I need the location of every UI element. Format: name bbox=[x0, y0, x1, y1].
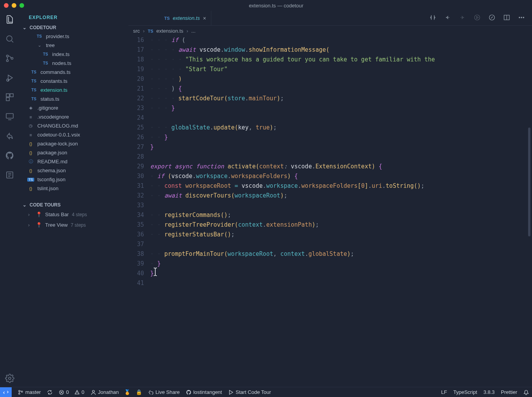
start-tour-label: Start Code Tour bbox=[235, 389, 271, 395]
section-header-codetour[interactable]: ⌄ CODETOUR bbox=[19, 23, 128, 32]
folder-tree[interactable]: ⌄tree bbox=[23, 41, 128, 50]
file-label: constants.ts bbox=[40, 78, 67, 84]
scrollbar[interactable] bbox=[528, 128, 530, 236]
file-readme[interactable]: ⓘREADME.md bbox=[23, 157, 128, 166]
file-constants[interactable]: TSconstants.ts bbox=[23, 77, 128, 86]
line-number: 28 bbox=[128, 152, 150, 162]
run-icon[interactable] bbox=[474, 14, 481, 22]
line-number: 38 bbox=[128, 249, 150, 259]
explorer-icon[interactable] bbox=[5, 15, 14, 24]
file-vsix[interactable]: ≡codetour-0.0.1.vsix bbox=[23, 130, 128, 139]
tsconfig-icon: TS bbox=[27, 178, 34, 182]
liveshare-icon[interactable] bbox=[5, 131, 14, 141]
go-back-icon[interactable] bbox=[444, 14, 451, 22]
go-forward-icon[interactable] bbox=[459, 14, 466, 22]
line-number: 34 bbox=[128, 210, 150, 220]
line-number: 24 bbox=[128, 113, 150, 123]
close-icon[interactable]: × bbox=[203, 15, 206, 21]
breadcrumb-file[interactable]: extension.ts bbox=[156, 28, 183, 34]
branch-button[interactable]: master bbox=[18, 389, 41, 395]
github-user-button[interactable]: lostintangent bbox=[186, 389, 222, 395]
file-vscodeignore[interactable]: ≡.vscodeignore bbox=[23, 112, 128, 121]
tab-label: extension.ts bbox=[173, 15, 200, 21]
svg-rect-8 bbox=[6, 114, 13, 118]
open-changes-icon[interactable] bbox=[488, 14, 495, 22]
editor: TS extension.ts × src › TS extension.ts … bbox=[128, 11, 532, 387]
file-changelog[interactable]: ◷CHANGELOG.md bbox=[23, 121, 128, 130]
file-label: index.ts bbox=[52, 51, 70, 57]
error-icon bbox=[59, 390, 64, 395]
tour-steps: 4 steps bbox=[72, 212, 87, 217]
minimize-window-icon[interactable] bbox=[12, 3, 16, 8]
file-provider[interactable]: TSprovider.ts bbox=[23, 32, 128, 41]
chevron-right-icon: › bbox=[28, 222, 33, 228]
codetour-panel-icon[interactable] bbox=[5, 170, 14, 180]
file-schema[interactable]: {}schema.json bbox=[23, 166, 128, 175]
statusbar: master 0 0 Jonathan 🏅 🔒 Live Share losti… bbox=[0, 387, 532, 397]
breadcrumb-more[interactable]: ... bbox=[191, 28, 195, 34]
file-index[interactable]: TSindex.ts bbox=[23, 50, 128, 59]
line-number: 30 bbox=[128, 171, 150, 181]
svg-point-0 bbox=[7, 36, 12, 41]
user-name: Jonathan bbox=[98, 389, 119, 395]
settings-gear-icon[interactable] bbox=[5, 374, 14, 383]
tab-extension[interactable]: TS extension.ts × bbox=[160, 11, 211, 25]
tour-item-treeview[interactable]: › 📍 Tree View 7 steps bbox=[19, 220, 128, 230]
extensions-icon[interactable] bbox=[5, 93, 14, 102]
chevron-down-icon: ⌄ bbox=[22, 25, 27, 30]
prettier-button[interactable]: Prettier bbox=[501, 389, 517, 395]
line-number: 26 bbox=[128, 133, 150, 142]
liveshare-button[interactable]: Live Share bbox=[148, 389, 180, 395]
line-number: 23 bbox=[128, 103, 150, 113]
language-button[interactable]: TypeScript bbox=[453, 389, 477, 395]
file-label: package.json bbox=[37, 150, 67, 156]
tour-item-statusbar[interactable]: › 📍 Status Bar 4 steps bbox=[19, 209, 128, 220]
git-icon: ◈ bbox=[27, 105, 34, 110]
section-header-tours[interactable]: ⌄ CODE TOURS bbox=[19, 201, 128, 209]
breadcrumbs[interactable]: src › TS extension.ts › ... bbox=[128, 26, 532, 35]
feedback-button[interactable] bbox=[523, 390, 529, 395]
line-number: 20 bbox=[128, 74, 150, 84]
debug-icon[interactable] bbox=[5, 73, 14, 82]
file-pkglock[interactable]: {}package-lock.json bbox=[23, 139, 128, 148]
ts-icon: TS bbox=[42, 61, 49, 65]
remote-button[interactable] bbox=[0, 387, 12, 397]
svg-point-1 bbox=[7, 55, 9, 57]
ts-version-button[interactable]: 3.8.3 bbox=[483, 389, 495, 395]
liveshare-user[interactable]: Jonathan 🏅 🔒 bbox=[91, 389, 142, 395]
search-icon[interactable] bbox=[5, 34, 14, 44]
file-tslint[interactable]: {}tslint.json bbox=[23, 184, 128, 193]
file-commands[interactable]: TScommands.ts bbox=[23, 68, 128, 77]
source-control-icon[interactable] bbox=[5, 54, 14, 63]
svg-point-16 bbox=[523, 17, 524, 18]
sync-button[interactable] bbox=[47, 390, 53, 395]
file-gitignore[interactable]: ◈.gitignore bbox=[23, 103, 128, 112]
problems-button[interactable]: 0 0 bbox=[59, 389, 84, 395]
svg-point-14 bbox=[519, 17, 520, 18]
start-tour-button[interactable]: Start Code Tour bbox=[228, 389, 271, 395]
file-pkg[interactable]: {}package.json bbox=[23, 148, 128, 157]
fullscreen-window-icon[interactable] bbox=[19, 3, 24, 8]
breadcrumb-src[interactable]: src bbox=[133, 28, 140, 34]
file-label: tslint.json bbox=[37, 185, 58, 191]
code-area[interactable]: 16· · · if ( 17· · · · await vscode.wind… bbox=[128, 35, 532, 387]
remote-explorer-icon[interactable] bbox=[5, 112, 14, 121]
line-number: 37 bbox=[128, 240, 150, 249]
file-label: .gitignore bbox=[37, 105, 58, 111]
file-label: extension.ts bbox=[40, 87, 67, 93]
file-extension[interactable]: TSextension.ts bbox=[23, 86, 128, 94]
svg-point-21 bbox=[92, 390, 94, 392]
file-tsconfig[interactable]: TStsconfig.json bbox=[23, 175, 128, 184]
close-window-icon[interactable] bbox=[4, 3, 9, 8]
file-label: README.md bbox=[37, 159, 67, 164]
bell-icon bbox=[523, 390, 529, 395]
more-icon[interactable] bbox=[518, 14, 525, 22]
file-nodes[interactable]: TSnodes.ts bbox=[23, 59, 128, 68]
compare-icon[interactable] bbox=[429, 14, 436, 22]
sidebar: EXPLORER ⌄ CODETOUR TSprovider.ts ⌄tree … bbox=[19, 11, 128, 387]
split-editor-icon[interactable] bbox=[503, 14, 510, 22]
eol-button[interactable]: LF bbox=[441, 389, 447, 395]
github-icon[interactable] bbox=[5, 151, 14, 160]
file-status[interactable]: TSstatus.ts bbox=[23, 94, 128, 103]
chevron-right-icon: › bbox=[28, 212, 33, 217]
